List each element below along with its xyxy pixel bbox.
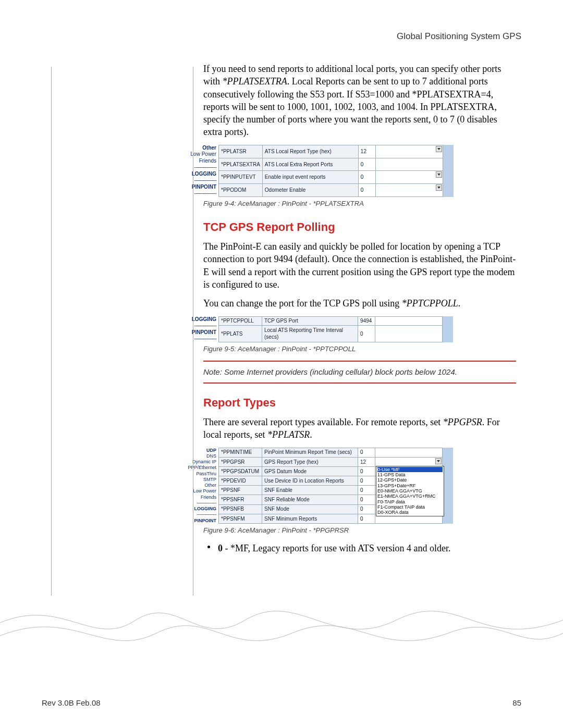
note-divider-top — [203, 361, 516, 362]
chevron-down-icon[interactable] — [436, 184, 442, 191]
param-desc: Use Device ID in Location Reports — [262, 476, 358, 486]
param-key: *PPSNFB — [219, 504, 262, 514]
param-desc: ATS Local Report Type (hex) — [262, 145, 358, 158]
margin-line-outer — [51, 67, 52, 596]
param-desc: SNF Mode — [262, 504, 358, 514]
table-row: *PPINPUTEVTEnable input event reports0 — [219, 171, 454, 184]
cmd-ppgpsr: *PPGPSR — [443, 417, 482, 427]
param-input-cell[interactable] — [375, 184, 443, 197]
dropdown-option[interactable]: 13-GPS+Date+RF — [377, 483, 443, 488]
param-input-cell[interactable] — [375, 158, 443, 171]
param-desc: SNF Enable — [262, 486, 358, 495]
table-row: *PPMINTIMEPinPoint Minimum Report Time (… — [219, 448, 453, 457]
param-input-cell[interactable] — [375, 171, 443, 184]
table-row: *PPODOMOdometer Enable0 — [219, 184, 454, 197]
param-input-cell[interactable] — [375, 145, 443, 158]
sidebar-item: LOGGING — [180, 171, 216, 178]
sidebar-item: Friends — [180, 158, 216, 165]
param-value: 9494 — [358, 316, 375, 326]
param-input-cell[interactable]: 0-Use *MF11-GPS Data12-GPS+Date13-GPS+Da… — [375, 457, 443, 466]
param-value: 0 — [358, 171, 375, 184]
sidebar-item: --------------- — [180, 323, 216, 329]
param-key: *PPTCPPOLL — [219, 316, 262, 326]
rt-text-c: . — [310, 429, 312, 440]
sidebar-item: Other — [180, 145, 216, 152]
dropdown-option[interactable]: F0-TAIP data — [377, 499, 443, 504]
param-key: *PPODOM — [219, 184, 263, 197]
param-input-cell[interactable] — [375, 448, 443, 457]
chevron-down-icon[interactable] — [436, 171, 442, 178]
dropdown-option[interactable]: E0-NMEA GGA+VTG — [377, 488, 443, 493]
spacer-cell — [443, 184, 453, 197]
figure-9-6: UDPDNSDynamic IPPPP/EthernetPassThruSMTP… — [180, 448, 516, 524]
sidebar-item: PINPOINT — [180, 329, 216, 336]
sidebar-item: DNS — [180, 453, 216, 459]
param-desc: ATS Local Extra Report Ports — [262, 158, 358, 171]
chevron-down-icon[interactable] — [436, 146, 442, 152]
sidebar-item: PINPOINT — [180, 518, 216, 524]
chevron-down-icon[interactable] — [435, 458, 442, 464]
param-value: 0 — [358, 495, 375, 504]
sidebar-item: Low Power — [180, 488, 216, 494]
sidebar-item: SMTP — [180, 477, 216, 483]
cmd-pptcppoll: *PPTCPPOLL — [402, 298, 458, 309]
tcp-poll-p1: The PinPoint-E can easily and quickly be… — [203, 240, 516, 291]
param-desc: Enable input event reports — [262, 171, 358, 184]
intro-paragraph: If you need to send reports to additiona… — [203, 63, 516, 139]
spacer-cell — [443, 316, 453, 326]
dropdown-option[interactable]: 0-Use *MF — [377, 467, 443, 472]
param-key: *PPDEVID — [219, 476, 262, 486]
param-key: *PPSNF — [219, 486, 262, 495]
bullet-item-0: 0 - *MF, Legacy reports for use with ATS… — [203, 542, 516, 554]
dropdown-option[interactable]: F1-Compact TAIP data — [377, 504, 443, 510]
param-value: 0 — [358, 504, 375, 514]
param-desc: Odometer Enable — [262, 184, 358, 197]
sidebar-item: LOGGING — [180, 316, 216, 323]
param-value: 0 — [358, 448, 375, 457]
table-row: *PPLATSEXTRAATS Local Extra Report Ports… — [219, 158, 454, 171]
dropdown-option[interactable]: D0-XORA data — [377, 510, 443, 515]
param-key: *PPLATSEXTRA — [219, 158, 263, 171]
rt-text-a: There are several report types available… — [203, 417, 443, 427]
spacer-cell — [443, 448, 453, 457]
dropdown-option[interactable]: 12-GPS+Date — [377, 477, 443, 483]
param-desc: PinPoint Minimum Report Time (secs) — [262, 448, 358, 457]
param-value: 12 — [358, 457, 375, 466]
sidebar-item: --------------- — [180, 336, 216, 342]
footer-rev: Rev 3.0B Feb.08 — [42, 698, 101, 707]
spacer-cell — [443, 171, 453, 184]
dropdown-option[interactable]: 11-GPS Data — [377, 472, 443, 477]
param-key: *PPLATSR — [219, 145, 263, 158]
spacer-cell — [443, 326, 453, 342]
heading-tcp-gps-report-polling: TCP GPS Report Polling — [203, 219, 516, 235]
dropdown-popup[interactable]: 0-Use *MF11-GPS Data12-GPS+Date13-GPS+Da… — [376, 466, 444, 516]
table-row: *PPGPSRGPS Report Type (hex)120-Use *MF1… — [219, 457, 453, 466]
dropdown-option[interactable]: E1-NMEA GGA+VTG+RMC — [377, 493, 443, 499]
table-row: *PPLATSLocal ATS Reporting Time Interval… — [219, 326, 453, 342]
param-value: 0 — [358, 184, 375, 197]
sidebar-item: UDP — [180, 448, 216, 453]
param-key: *PPLATS — [219, 326, 262, 342]
sidebar-item: Low Power — [180, 151, 216, 158]
sidebar-item: LOGGING — [180, 506, 216, 512]
sidebar-item: Friends — [180, 495, 216, 500]
param-value: 0 — [358, 466, 375, 476]
param-desc: TCP GPS Port — [262, 316, 358, 326]
param-key: *PPGPSDATUM — [219, 466, 262, 476]
sidebar-item: Dynamic IP — [180, 459, 216, 465]
param-desc: Local ATS Reporting Time Interval (secs) — [262, 326, 358, 342]
param-input-cell[interactable] — [375, 316, 443, 326]
figure-9-5: LOGGING---------------PINPOINT----------… — [180, 316, 516, 342]
spacer-cell — [443, 158, 453, 171]
tcp-poll-p2-a: You can change the port for the TCP GPS … — [203, 298, 402, 309]
param-desc: SNF Reliable Mode — [262, 495, 358, 504]
note-port-block: Note: Some Internet providers (including… — [203, 367, 516, 377]
table-row: *PPLATSRATS Local Report Type (hex)12 — [219, 145, 454, 158]
param-input-cell[interactable] — [375, 326, 443, 342]
param-key: *PPGPSR — [219, 457, 262, 466]
sidebar-item: --------------- — [180, 500, 216, 506]
sidebar-item: --------------- — [180, 177, 216, 184]
figure-9-5-caption: Figure 9-5: AceManager : PinPoint - *PPT… — [203, 344, 516, 354]
param-key: *PPINPUTEVT — [219, 171, 263, 184]
param-value: 0 — [358, 326, 375, 342]
